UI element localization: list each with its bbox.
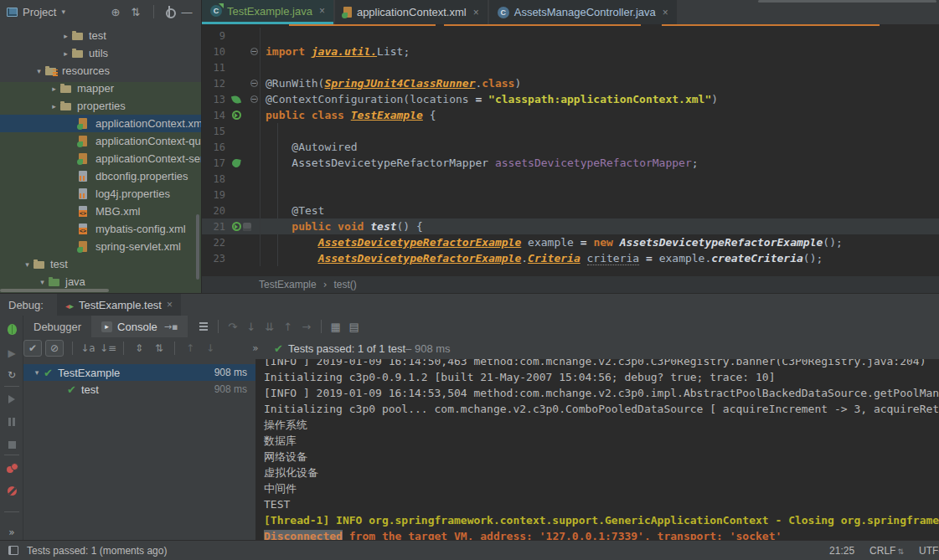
run-test-icon[interactable] xyxy=(232,222,241,231)
tab-TestExample.java[interactable]: CTestExample.java× xyxy=(202,0,333,24)
force-step-into-icon[interactable]: ⇊ xyxy=(261,321,279,333)
step-out-icon[interactable]: ↑ xyxy=(279,321,297,333)
tree-item-test[interactable]: ▸test xyxy=(0,27,201,44)
tree-collapsed-arrow-icon[interactable]: ▸ xyxy=(59,32,72,40)
run-test-icon[interactable] xyxy=(232,110,241,120)
sort-alpha-icon[interactable]: ↓a xyxy=(78,342,98,354)
step-over-icon[interactable]: ↷ xyxy=(224,321,242,333)
fold-marker-icon[interactable]: − xyxy=(250,95,258,103)
tree-collapsed-arrow-icon[interactable]: ▸ xyxy=(59,49,72,58)
fold-marker-icon[interactable]: − xyxy=(250,48,258,55)
project-panel-title[interactable]: Project xyxy=(23,6,56,18)
tree-item-mybatis-config.xml[interactable]: mybatis-config.xml xyxy=(0,220,201,238)
test-passed-icon: ✔ xyxy=(44,367,53,379)
tree-item-MBG.xml[interactable]: MBG.xml xyxy=(0,203,201,220)
locate-file-icon[interactable]: ⊕ xyxy=(108,6,123,18)
close-icon[interactable]: × xyxy=(663,7,668,18)
tree-item-dbconfig.properties[interactable]: dbconfig.properties xyxy=(0,167,201,185)
step-into-icon[interactable]: ↓ xyxy=(242,321,261,333)
tree-expanded-arrow-icon[interactable]: ▾ xyxy=(21,260,34,269)
fold-region: − xyxy=(248,48,260,55)
console-output[interactable]: [INFO ] 2019-01-09 16:14:50,463 method:c… xyxy=(255,359,939,540)
bug-icon[interactable] xyxy=(0,324,23,337)
project-panel: Project ▾ ⊕ ⇅ — ▸test▸utils▾resources▸ma… xyxy=(0,0,202,293)
spring-leaf-icon[interactable] xyxy=(231,94,241,104)
tree-item-log4j.properties[interactable]: log4j.properties xyxy=(0,185,201,203)
evaluate-icon[interactable]: ▦ xyxy=(327,321,345,333)
code-editor[interactable]: 910−import java.util.List;1112−@RunWith(… xyxy=(202,24,939,276)
hide-panel-icon[interactable]: — xyxy=(179,6,194,18)
sort-duration-icon[interactable]: ↓≡ xyxy=(98,342,118,354)
tree-item-label: mybatis-config.xml xyxy=(93,223,186,235)
collapse-all-icon[interactable]: ⇅ xyxy=(128,6,143,18)
close-icon[interactable]: × xyxy=(473,7,479,18)
next-icon[interactable]: ↓ xyxy=(200,342,220,354)
expand-all-icon[interactable]: ⇕ xyxy=(129,342,149,354)
pin-output-icon[interactable]: →▪ xyxy=(164,321,178,332)
tab-label: AssetsManageController.java xyxy=(514,6,656,18)
toolbar-separator xyxy=(218,320,219,333)
gutter-icons xyxy=(232,110,248,120)
show-ignored-icon[interactable]: ⊘ xyxy=(45,340,64,357)
debug-session-tab[interactable]: ◂▸ TestExample.test × xyxy=(57,294,181,316)
test-class-icon: C xyxy=(210,5,222,17)
refresh-icon[interactable]: ↻ xyxy=(0,369,23,381)
line-number: 16 xyxy=(202,141,232,153)
tab-label: applicationContext.xml xyxy=(357,6,467,18)
chevron-down-icon[interactable]: ▾ xyxy=(61,8,65,16)
breadcrumb-class[interactable]: TestExample xyxy=(259,279,317,290)
collapse-all-icon[interactable]: ⇅ xyxy=(149,342,169,354)
resume-icon[interactable] xyxy=(0,394,23,406)
close-icon[interactable]: × xyxy=(319,5,325,17)
stop-icon[interactable] xyxy=(0,439,23,451)
more-icon[interactable]: » xyxy=(0,527,23,538)
tree-expanded-arrow-icon[interactable]: ▾ xyxy=(33,67,45,75)
more-icon[interactable]: » xyxy=(245,342,266,354)
show-passed-icon[interactable]: ✔ xyxy=(23,340,42,357)
tree-vertical-scrollbar[interactable] xyxy=(196,214,199,280)
tree-expanded-arrow-icon[interactable]: ▾ xyxy=(36,278,49,286)
tree-item-properties[interactable]: ▸properties xyxy=(0,97,201,115)
tree-horizontal-scrollbar[interactable] xyxy=(0,289,109,292)
debug-header-row: Debug: ◂▸ TestExample.test × xyxy=(0,294,939,316)
toggle-toolwindows-icon[interactable] xyxy=(8,546,18,555)
line-number: 10 xyxy=(202,46,232,58)
encoding-widget[interactable]: UTF-8 xyxy=(919,545,939,557)
run-to-cursor-icon[interactable]: → xyxy=(297,321,316,333)
test-toolbar-row: ✔⊘↓a↓≡⇕⇅↑↓»✔Tests passed: 1 of 1 test – … xyxy=(23,337,939,359)
tree-item-applicationContext-qua[interactable]: applicationContext-qua xyxy=(0,132,201,150)
close-icon[interactable]: × xyxy=(167,299,173,311)
settings-gear-icon[interactable] xyxy=(164,7,174,17)
tree-collapsed-arrow-icon[interactable]: ▸ xyxy=(48,85,60,93)
tab-scrollbar[interactable] xyxy=(758,0,936,3)
spring-bean-icon[interactable] xyxy=(231,158,241,168)
tab-applicationContext.xml[interactable]: applicationContext.xml× xyxy=(335,0,488,24)
tree-item-utils[interactable]: ▸utils xyxy=(0,44,201,62)
tree-item-applicationContext-ser[interactable]: applicationContext-ser xyxy=(0,150,201,167)
breakpoints-icon[interactable] xyxy=(0,463,23,475)
menu-icon[interactable] xyxy=(194,326,213,327)
tree-item-test[interactable]: ▾test xyxy=(0,255,201,273)
breadcrumb-method[interactable]: test() xyxy=(334,279,357,290)
tab-AssetsManageController.java[interactable]: CAssetsManageController.java× xyxy=(489,0,677,24)
tree-item-applicationContext.xml[interactable]: applicationContext.xml xyxy=(0,115,201,132)
view-tab-label: Console xyxy=(117,321,157,333)
rerun-icon[interactable]: ▶ xyxy=(0,347,23,359)
tree-item-resources[interactable]: ▾resources xyxy=(0,62,201,80)
tree-collapsed-arrow-icon[interactable]: ▸ xyxy=(48,102,60,110)
test-node-test[interactable]: ✔test908 ms xyxy=(23,381,255,398)
tree-expanded-arrow-icon[interactable]: ▾ xyxy=(30,368,44,377)
mute-icon[interactable] xyxy=(0,486,23,498)
test-node-TestExample[interactable]: ▾✔TestExample908 ms xyxy=(23,364,255,381)
fold-marker-icon[interactable]: − xyxy=(250,80,258,87)
prev-icon[interactable]: ↑ xyxy=(180,342,200,354)
tree-item-java[interactable]: ▾java xyxy=(0,273,201,290)
tab-debugger[interactable]: Debugger xyxy=(23,316,91,337)
tab-console[interactable]: ▸Console→▪ xyxy=(91,316,188,337)
tree-item-spring-servlet.xml[interactable]: spring-servlet.xml xyxy=(0,238,201,255)
layout-icon[interactable]: ▤ xyxy=(345,321,364,333)
console-line: TEST xyxy=(264,496,939,512)
line-ending-widget[interactable]: CRLF⇅ xyxy=(869,545,904,557)
pause-icon[interactable] xyxy=(0,417,23,429)
tree-item-mapper[interactable]: ▸mapper xyxy=(0,80,201,97)
